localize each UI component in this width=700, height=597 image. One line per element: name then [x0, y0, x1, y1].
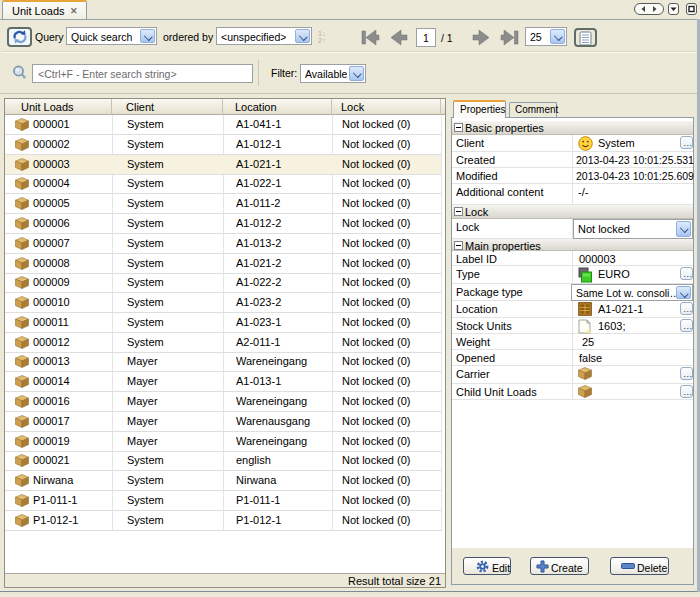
svg-text:2↑: 2↑: [318, 37, 325, 44]
svg-text:1↓: 1↓: [318, 30, 325, 37]
